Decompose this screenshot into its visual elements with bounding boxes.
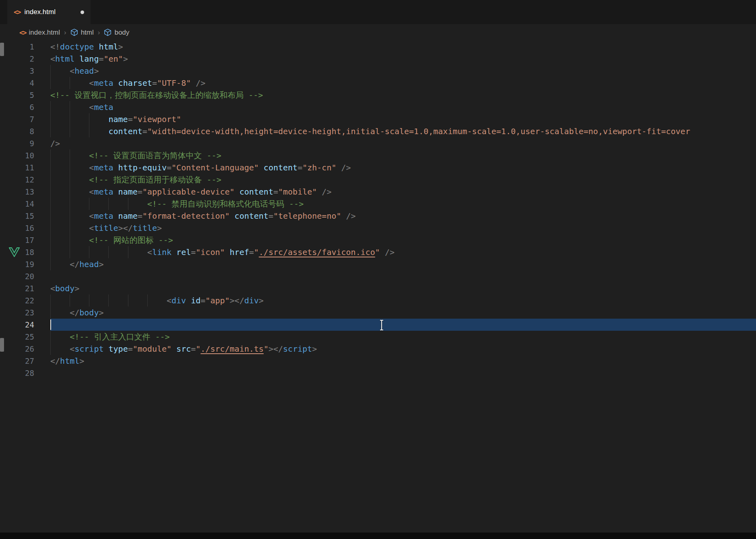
code-line-7[interactable]: 7 name="viewport" — [0, 113, 756, 125]
code-line-21[interactable]: 21<body> — [0, 282, 756, 294]
code-text: <html lang="en"> — [34, 53, 756, 65]
code-line-13[interactable]: 13 <meta name="applicable-device" conten… — [0, 186, 756, 198]
line-number-5[interactable]: 5 — [0, 89, 34, 101]
line-number-15[interactable]: 15 — [0, 210, 34, 222]
breadcrumb-file[interactable]: index.html — [29, 29, 60, 37]
modified-dot-icon[interactable] — [81, 10, 84, 14]
text-caret — [50, 319, 51, 330]
left-scrollbar-marker[interactable] — [0, 338, 4, 352]
code-line-10[interactable]: 10 <!-- 设置页面语言为简体中文 --> — [0, 149, 756, 162]
indent-guide — [70, 222, 70, 234]
line-number-26[interactable]: 26 — [0, 343, 34, 355]
indent-guide — [50, 113, 51, 125]
line-number-25[interactable]: 25 — [0, 331, 34, 343]
line-number-14[interactable]: 14 — [0, 198, 34, 210]
code-text: name="viewport" — [34, 113, 756, 125]
code-text: <meta name="applicable-device" content="… — [34, 186, 756, 198]
html-file-icon: <> — [14, 8, 20, 16]
code-editor[interactable]: 1<!doctype html>2<html lang="en">3 <head… — [0, 41, 756, 379]
indent-guide — [50, 258, 51, 270]
line-number-1[interactable]: 1 — [0, 41, 34, 53]
indent-guide — [50, 210, 51, 222]
line-number-12[interactable]: 12 — [0, 174, 34, 186]
line-number-9[interactable]: 9 — [0, 137, 34, 149]
code-line-24[interactable]: 24 — [0, 319, 756, 331]
code-line-12[interactable]: 12 <!-- 指定页面适用于移动设备 --> — [0, 174, 756, 186]
line-number-2[interactable]: 2 — [0, 53, 34, 65]
code-line-16[interactable]: 16 <title></title> — [0, 222, 756, 234]
code-text: <!-- 指定页面适用于移动设备 --> — [34, 174, 756, 186]
indent-guide — [50, 246, 51, 258]
line-number-8[interactable]: 8 — [0, 125, 34, 137]
breadcrumb-symbol-body[interactable]: body — [114, 29, 129, 37]
line-number-19[interactable]: 19 — [0, 258, 34, 270]
code-line-5[interactable]: 5<!-- 设置视口，控制页面在移动设备上的缩放和布局 --> — [0, 89, 756, 101]
code-text: <body> — [34, 282, 756, 294]
indent-guide — [128, 246, 128, 258]
line-number-4[interactable]: 4 — [0, 77, 34, 89]
indent-guide — [70, 125, 70, 137]
code-text: <meta — [34, 101, 756, 113]
indent-guide — [70, 234, 70, 246]
code-line-25[interactable]: 25 <!-- 引入主入口文件 --> — [0, 331, 756, 343]
code-line-28[interactable]: 28 — [0, 367, 756, 379]
code-line-8[interactable]: 8 content="width=device-width,height=dev… — [0, 125, 756, 137]
code-text: </html> — [34, 355, 756, 367]
indent-guide — [70, 101, 70, 113]
code-text — [34, 367, 756, 379]
code-line-3[interactable]: 3 <head> — [0, 65, 756, 77]
code-text: <title></title> — [34, 222, 756, 234]
code-text: <meta name="format-detection" content="t… — [34, 210, 756, 222]
indent-guide — [50, 234, 51, 246]
code-line-2[interactable]: 2<html lang="en"> — [0, 53, 756, 65]
indent-guide — [50, 307, 51, 319]
breadcrumb-symbol-html[interactable]: html — [81, 29, 94, 37]
code-line-6[interactable]: 6 <meta — [0, 101, 756, 113]
indent-guide — [89, 246, 89, 258]
indent-guide — [147, 294, 148, 307]
line-number-16[interactable]: 16 — [0, 222, 34, 234]
code-line-17[interactable]: 17 <!-- 网站的图标 --> — [0, 234, 756, 246]
indent-guide — [128, 294, 128, 307]
line-number-28[interactable]: 28 — [0, 367, 34, 379]
line-number-21[interactable]: 21 — [0, 282, 34, 294]
line-number-3[interactable]: 3 — [0, 65, 34, 77]
code-line-4[interactable]: 4 <meta charset="UTF-8" /> — [0, 77, 756, 89]
line-number-27[interactable]: 27 — [0, 355, 34, 367]
html-file-icon: <> — [19, 29, 26, 37]
line-number-22[interactable]: 22 — [0, 294, 34, 307]
line-number-11[interactable]: 11 — [0, 162, 34, 174]
code-line-20[interactable]: 20 — [0, 270, 756, 282]
code-text: <!-- 设置页面语言为简体中文 --> — [34, 149, 756, 162]
code-line-26[interactable]: 26 <script type="module" src="./src/main… — [0, 343, 756, 355]
indent-guide — [50, 174, 51, 186]
code-line-27[interactable]: 27</html> — [0, 355, 756, 367]
line-number-17[interactable]: 17 — [0, 234, 34, 246]
line-number-23[interactable]: 23 — [0, 307, 34, 319]
code-line-19[interactable]: 19 </head> — [0, 258, 756, 270]
code-line-23[interactable]: 23 </body> — [0, 307, 756, 319]
code-line-9[interactable]: 9/> — [0, 137, 756, 149]
code-text: <head> — [34, 65, 756, 77]
code-line-18[interactable]: 18 <link rel="icon" href="./src/assets/f… — [0, 246, 756, 258]
line-number-10[interactable]: 10 — [0, 149, 34, 162]
code-line-11[interactable]: 11 <meta http-equiv="Content-Language" c… — [0, 162, 756, 174]
line-number-6[interactable]: 6 — [0, 101, 34, 113]
line-number-13[interactable]: 13 — [0, 186, 34, 198]
indent-guide — [70, 162, 70, 174]
code-line-1[interactable]: 1<!doctype html> — [0, 41, 756, 53]
indent-guide — [50, 198, 51, 210]
code-text: <!-- 禁用自动识别和格式化电话号码 --> — [34, 198, 756, 210]
indent-guide — [50, 149, 51, 162]
line-number-20[interactable]: 20 — [0, 270, 34, 282]
code-line-22[interactable]: 22 <div id="app"></div> — [0, 294, 756, 307]
line-number-7[interactable]: 7 — [0, 113, 34, 125]
tab-index-html[interactable]: <> index.html — [7, 0, 91, 24]
symbol-cube-icon — [70, 29, 78, 36]
code-text: content="width=device-width,height=devic… — [34, 125, 756, 137]
code-line-14[interactable]: 14 <!-- 禁用自动识别和格式化电话号码 --> — [0, 198, 756, 210]
indent-guide — [128, 198, 128, 210]
left-scrollbar-marker[interactable] — [0, 43, 4, 56]
line-number-24[interactable]: 24 — [0, 319, 34, 331]
code-line-15[interactable]: 15 <meta name="format-detection" content… — [0, 210, 756, 222]
